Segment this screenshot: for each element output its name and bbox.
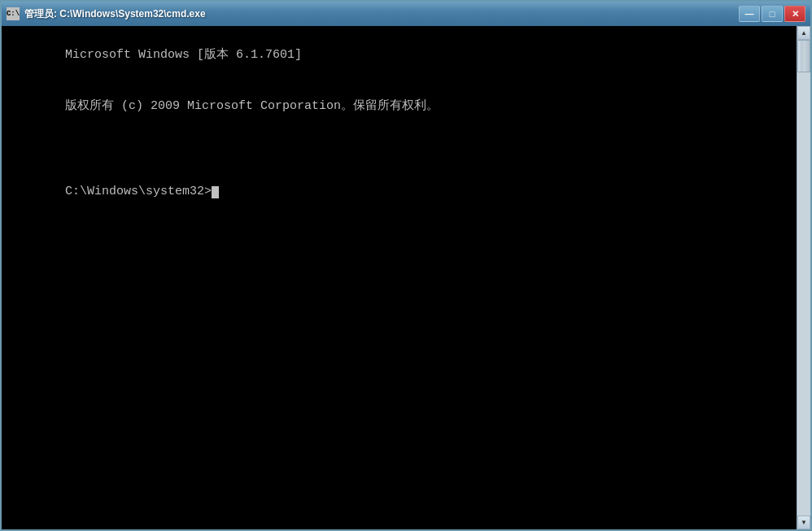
window-title: 管理员: C:\Windows\System32\cmd.exe — [24, 7, 206, 21]
minimize-button[interactable]: — — [739, 6, 760, 22]
title-bar: C:\ 管理员: C:\Windows\System32\cmd.exe — □… — [2, 2, 810, 26]
scrollbar-down-button[interactable]: ▼ — [797, 516, 810, 529]
scrollbar-thumb[interactable] — [797, 40, 810, 72]
scrollbar-track[interactable] — [797, 40, 810, 516]
scrollbar: ▲ ▼ — [797, 26, 810, 529]
maximize-button[interactable]: □ — [762, 6, 783, 22]
close-button[interactable]: ✕ — [784, 6, 805, 22]
console-area[interactable]: Microsoft Windows [版本 6.1.7601] 版权所有 (c)… — [2, 26, 797, 529]
scrollbar-up-button[interactable]: ▲ — [797, 26, 810, 40]
console-output: Microsoft Windows [版本 6.1.7601] 版权所有 (c)… — [7, 29, 792, 217]
console-prompt: C:\Windows\system32> — [65, 185, 212, 198]
title-bar-left: C:\ 管理员: C:\Windows\System32\cmd.exe — [7, 7, 206, 21]
cmd-window: C:\ 管理员: C:\Windows\System32\cmd.exe — □… — [0, 0, 812, 531]
console-line2: 版权所有 (c) 2009 Microsoft Corporation。保留所有… — [65, 99, 439, 113]
cmd-icon: C:\ — [7, 7, 20, 20]
console-line1: Microsoft Windows [版本 6.1.7601] — [65, 48, 302, 62]
window-body: Microsoft Windows [版本 6.1.7601] 版权所有 (c)… — [2, 26, 810, 529]
title-bar-buttons: — □ ✕ — [739, 6, 805, 22]
cursor — [212, 186, 219, 198]
